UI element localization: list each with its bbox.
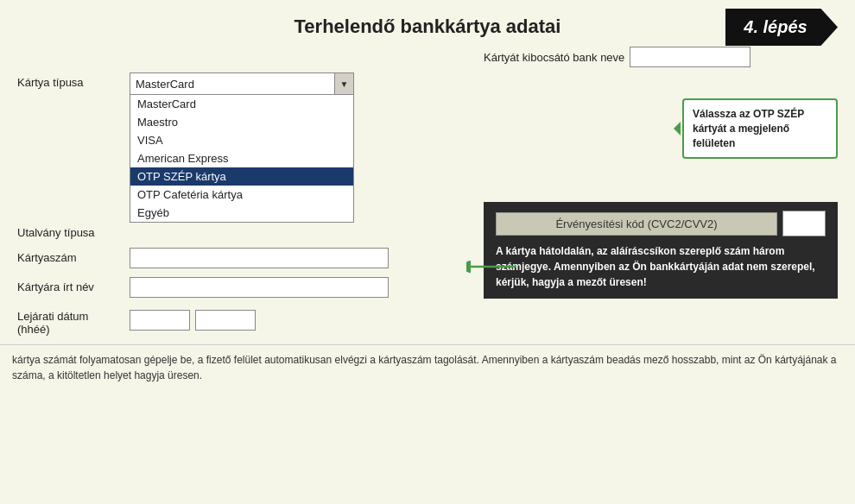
page-title: Terhelendő bankkártya adatai xyxy=(294,16,561,38)
expiry-year-input[interactable] xyxy=(195,310,256,331)
dropdown-item-visa[interactable]: VISA xyxy=(130,131,353,149)
page-wrapper: Terhelendő bankkártya adatai 4. lépés Ká… xyxy=(0,0,855,504)
dark-panel: Érvényesítési kód (CVC2/CVV2) A kártya h… xyxy=(484,202,838,299)
cvv-input[interactable] xyxy=(782,211,826,236)
header-area: Terhelendő bankkártya adatai 4. lépés xyxy=(0,0,855,47)
step-badge: 4. lépés xyxy=(725,9,838,46)
card-type-dropdown[interactable]: MasterCard Maestro VISA American Express… xyxy=(130,94,354,223)
right-panel: Válassza az OTP SZÉP kártyát a megjelenő… xyxy=(475,72,846,344)
bottom-info: kártya számát folyamatosan gépelje be, a… xyxy=(0,344,855,390)
callout-bubble: Válassza az OTP SZÉP kártyát a megjelenő… xyxy=(682,98,838,159)
dropdown-item-otpszep[interactable]: OTP SZÉP kártya xyxy=(130,167,353,186)
card-type-select[interactable]: MasterCard ▼ xyxy=(130,72,354,95)
dropdown-item-egyeb[interactable]: Egyéb xyxy=(130,204,353,222)
expiry-row: Lejárati dátum (hhéé) xyxy=(17,306,466,336)
bottom-info-text: kártya számát folyamatosan gépelje be, a… xyxy=(12,354,837,381)
cvv-label: Érvényesítési kód (CVC2/CVV2) xyxy=(496,212,777,236)
dropdown-item-mastercard[interactable]: MasterCard xyxy=(130,95,353,113)
cardholder-label: Kártyára írt név xyxy=(17,277,130,293)
card-type-select-value: MasterCard xyxy=(130,76,334,92)
card-number-row: Kártyaszám xyxy=(17,248,466,268)
card-number-label: Kártyaszám xyxy=(17,248,130,264)
main-area: Kártya típusa MasterCard ▼ MasterCard Ma… xyxy=(0,72,855,344)
expiry-control xyxy=(130,306,466,331)
left-panel: Kártya típusa MasterCard ▼ MasterCard Ma… xyxy=(9,72,475,344)
cvv-row: Érvényesítési kód (CVC2/CVV2) xyxy=(496,211,826,236)
card-number-control xyxy=(130,248,466,268)
voucher-label: Utalvány típusa xyxy=(17,223,130,239)
card-type-label: Kártya típusa xyxy=(17,72,130,89)
cardholder-row: Kártyára írt név xyxy=(17,277,466,298)
dropdown-item-maestro[interactable]: Maestro xyxy=(130,113,353,131)
dark-info-text: A kártya hátoldalán, az aláíráscsíkon sz… xyxy=(496,243,826,290)
card-type-arrow[interactable]: ▼ xyxy=(334,73,353,94)
card-type-row: Kártya típusa MasterCard ▼ MasterCard Ma… xyxy=(17,72,466,95)
dropdown-item-amex[interactable]: American Express xyxy=(130,149,353,167)
dropdown-item-otpcafe[interactable]: OTP Cafetéria kártya xyxy=(130,186,353,204)
cardholder-control xyxy=(130,277,466,298)
expiry-label: Lejárati dátum (hhéé) xyxy=(17,306,130,336)
expiry-month-input[interactable] xyxy=(130,310,190,331)
arrow-left-indicator xyxy=(466,258,518,278)
bank-name-label: Kártyát kibocsátó bank neve xyxy=(484,51,624,64)
card-number-input[interactable] xyxy=(130,248,389,268)
card-type-container: MasterCard ▼ MasterCard Maestro VISA Ame… xyxy=(130,72,466,95)
voucher-row: Utalvány típusa xyxy=(17,223,466,239)
cardholder-input[interactable] xyxy=(130,277,389,298)
bank-name-input[interactable] xyxy=(630,47,750,67)
callout-text: Válassza az OTP SZÉP kártyát a megjelenő… xyxy=(693,108,804,149)
